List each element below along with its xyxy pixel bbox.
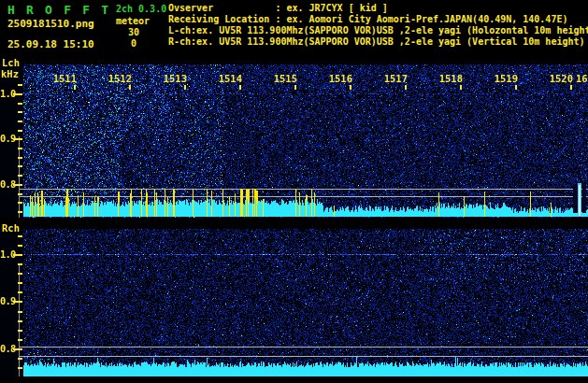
echo-count-lower: 0 <box>131 38 136 49</box>
time-label: 1517 <box>384 73 408 84</box>
location-line: Receiving Location : ex. Aomori City Aom… <box>168 14 567 24</box>
time-label: 1512 <box>108 73 132 84</box>
freq-label: 1.0 <box>0 248 16 260</box>
echo-count-upper: 30 <box>128 27 139 37</box>
time-label: 1511 <box>53 73 77 84</box>
time-label: 1513 <box>164 73 187 84</box>
time-label-clipped: 16 <box>576 73 588 84</box>
freq-label: 1.0 <box>0 88 16 99</box>
khz-axis-label: kHz <box>1 68 19 79</box>
freq-label: 0.9 <box>0 295 16 306</box>
app-title: H R O F F T <box>7 3 110 17</box>
filename-label: 2509181510.png <box>7 18 94 30</box>
time-label: 1520 <box>550 73 573 84</box>
rch-panel-label: Rch <box>2 222 20 234</box>
lch-config-line: L-ch:ex. UV5R 113.900Mhz(SAPPORO VOR)USB… <box>168 25 588 35</box>
version-label: 2ch 0.3.0 <box>116 4 166 14</box>
time-label: 1519 <box>495 73 518 84</box>
lch-panel-label: Lch <box>2 57 20 68</box>
time-label: 1514 <box>219 73 242 84</box>
datetime-label: 25.09.18 15:10 <box>7 38 94 50</box>
observer-line: Ovserver : ex. JR7CYX [ kid ] <box>168 3 388 13</box>
hrofft-screen: { "header": { "app_title": "H R O F F T"… <box>0 0 588 383</box>
rch-spectrogram <box>0 229 588 376</box>
freq-label: 0.9 <box>0 133 16 144</box>
time-label: 1515 <box>274 73 297 84</box>
time-label: 1518 <box>439 73 463 84</box>
lch-spectrogram <box>0 64 588 218</box>
rch-config-line: R-ch:ex. UV5R 113.900Mhz(SAPPORO VOR)USB… <box>168 36 585 47</box>
time-label: 1516 <box>329 73 352 84</box>
freq-label: 0.8 <box>0 178 16 190</box>
mode-label: meteor <box>116 16 150 26</box>
freq-label: 0.8 <box>0 343 16 354</box>
